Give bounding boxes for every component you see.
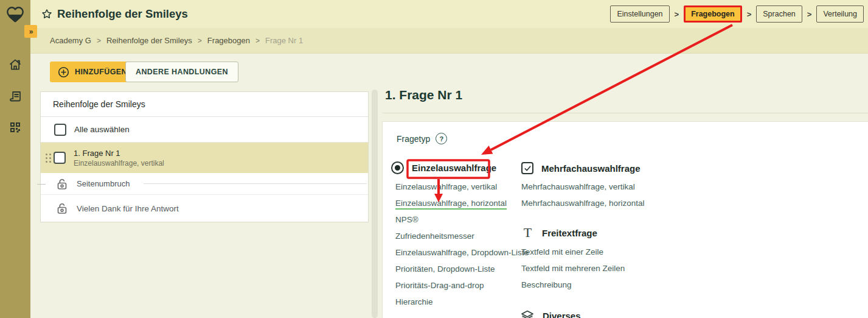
single-choice-type-list: Einzelauswahlfrage, vertikal Einzelauswa… (395, 178, 529, 310)
editor-divider (382, 113, 868, 113)
surveys-icon[interactable] (8, 89, 23, 104)
question-checkbox[interactable] (54, 152, 66, 164)
thank-you-row[interactable]: Vielen Dank für Ihre Antwort (41, 195, 368, 222)
brand-heart-logo-icon[interactable] (4, 4, 26, 24)
breadcrumb-separator: > (198, 37, 202, 45)
type-header-single-choice[interactable]: Einzelauswahlfrage (391, 161, 496, 174)
breadcrumb-item[interactable]: Reihenfolge der Smileys (106, 36, 192, 45)
type-link-einzel-vertikal[interactable]: Einzelauswahlfrage, vertikal (395, 178, 529, 195)
type-link-zufriedenheitsmesser[interactable]: Zufriedenheitsmesser (395, 228, 529, 244)
type-link-nps[interactable]: NPS® (395, 211, 529, 228)
multi-choice-type-list: Mehrfachauswahlfrage, vertikal Mehrfacha… (521, 178, 645, 211)
checkbox-checked-icon[interactable] (521, 162, 533, 174)
type-link-textfeld-eine-zeile[interactable]: Textfeld mit einer Zeile (521, 244, 625, 260)
favorite-star-icon[interactable] (41, 8, 53, 20)
select-all-row: Alle auswählen (41, 117, 368, 143)
question-list-panel: Reihenfolge der Smileys Alle auswählen 1… (40, 91, 369, 222)
add-button-label: HINZUFÜGEN (75, 68, 127, 76)
type-link-prioritaets-dragdrop[interactable]: Prioritäts-Drag-and-drop (395, 277, 529, 294)
drag-handle-icon[interactable] (46, 154, 51, 163)
page-title: Reihenfolge der Smileys (57, 7, 188, 21)
home-icon[interactable] (8, 57, 23, 72)
plus-circle-icon (58, 66, 69, 78)
sidebar-expand-button[interactable]: » (24, 25, 37, 38)
question-row-subtitle: Einzelauswahlfrage, vertikal (74, 159, 164, 168)
step-separator: > (747, 10, 752, 19)
type-link-prioritaeten-dropdown[interactable]: Prioritäten, Dropdown-Liste (395, 261, 529, 277)
wizard-steps: Einstellungen > Fragebogen > Sprachen > … (610, 0, 868, 28)
fragetyp-label: Fragetyp (397, 134, 430, 144)
breadcrumb-separator: > (97, 37, 101, 45)
app-root: » Reihenfolge der Smileys Einstellungen … (0, 0, 868, 318)
layers-icon (520, 308, 535, 318)
pagebreak-label: Seitenumbruch (77, 179, 130, 188)
question-row-texts: 1. Frage Nr 1 Einzelauswahlfrage, vertik… (74, 149, 164, 168)
type-link-beschreibung[interactable]: Beschreibung (521, 277, 625, 293)
question-list-title: Reihenfolge der Smileys (41, 92, 368, 117)
step-einstellungen[interactable]: Einstellungen (610, 5, 669, 23)
step-separator: > (807, 10, 812, 19)
expand-chevrons-icon: » (29, 27, 33, 36)
freetext-header-label: Freitextfrage (542, 228, 597, 238)
type-link-mehrfach-vertikal[interactable]: Mehrfachauswahlfrage, vertikal (521, 178, 645, 195)
vertical-scrollbar[interactable] (372, 90, 378, 318)
thank-you-label: Vielen Dank für Ihre Antwort (77, 204, 179, 213)
step-verteilung[interactable]: Verteilung (816, 5, 864, 23)
open-lock-icon (55, 202, 69, 215)
step-sprachen[interactable]: Sprachen (756, 5, 802, 23)
pagebreak-dash (37, 184, 46, 185)
step-fragebogen-active[interactable]: Fragebogen (684, 5, 742, 23)
topbar: Reihenfolge der Smileys Einstellungen > … (30, 0, 868, 28)
fragetyp-row: Fragetyp ? (397, 133, 447, 144)
qr-code-icon[interactable] (8, 120, 23, 135)
breadcrumb-current: Frage Nr 1 (265, 36, 303, 45)
freetext-type-list: Textfeld mit einer Zeile Textfeld mit me… (521, 244, 625, 293)
multi-choice-header-label: Mehrfachauswahlfrage (541, 163, 641, 174)
question-row-selected[interactable]: 1. Frage Nr 1 Einzelauswahlfrage, vertik… (41, 143, 368, 173)
breadcrumb-separator: > (255, 37, 260, 45)
type-link-hierarchie[interactable]: Hierarchie (395, 294, 529, 310)
type-link-mehrfach-horizontal[interactable]: Mehrfachauswahlfrage, horizontal (521, 195, 645, 211)
question-row-title: 1. Frage Nr 1 (74, 149, 164, 158)
type-link-einzel-horizontal[interactable]: Einzelauswahlfrage, horizontal (395, 195, 529, 211)
radio-selected-icon[interactable] (391, 161, 404, 174)
type-link-einzel-dropdown[interactable]: Einzelauswahlfrage, Dropdown-Liste (395, 244, 529, 261)
single-choice-header-label: Einzelauswahlfrage (412, 163, 496, 173)
select-all-checkbox[interactable] (54, 124, 66, 136)
type-header-multi-choice[interactable]: Mehrfachauswahlfrage (521, 162, 641, 174)
text-T-icon: T (521, 227, 534, 239)
pagebreak-row[interactable]: Seitenumbruch (41, 173, 368, 195)
other-actions-button[interactable]: ANDERE HANDLUNGEN (125, 62, 238, 82)
pagebreak-line (144, 183, 367, 184)
editor-heading: 1. Frage Nr 1 (385, 88, 462, 102)
diverses-header-label: Diverses (543, 311, 581, 318)
other-actions-label: ANDERE HANDLUNGEN (136, 68, 228, 76)
type-header-diverses[interactable]: Diverses (520, 308, 581, 318)
step-separator: > (675, 10, 679, 19)
breadcrumb-item[interactable]: Fragebogen (207, 36, 250, 45)
type-link-textfeld-mehrere-zeilen[interactable]: Textfeld mit mehreren Zeilen (521, 260, 625, 277)
breadcrumb: Academy G > Reihenfolge der Smileys > Fr… (30, 28, 868, 54)
type-header-freetext[interactable]: T Freitextfrage (521, 227, 597, 239)
help-icon[interactable]: ? (436, 133, 447, 144)
select-all-label: Alle auswählen (74, 125, 130, 134)
open-lock-icon (55, 177, 69, 191)
breadcrumb-item[interactable]: Academy G (50, 36, 91, 45)
sidebar (0, 0, 30, 318)
